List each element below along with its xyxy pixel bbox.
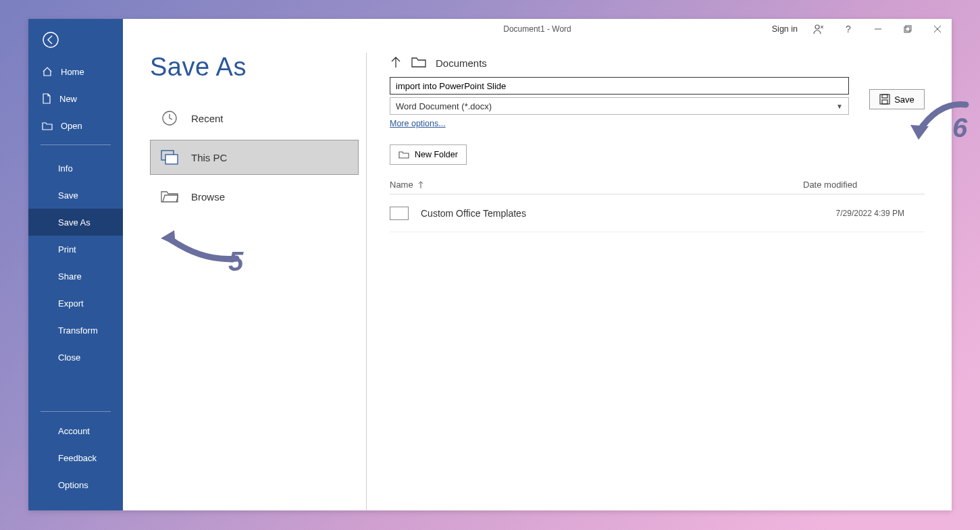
new-folder-label: New Folder <box>415 150 458 159</box>
column-date[interactable]: Date modified <box>803 180 925 190</box>
folder-open-icon <box>160 187 179 206</box>
location-browse[interactable]: Browse <box>150 179 359 214</box>
folder-icon[interactable] <box>411 57 426 70</box>
nav-options[interactable]: Options <box>28 471 123 498</box>
filetype-label: Word Document (*.docx) <box>396 101 492 111</box>
nav-export[interactable]: Export <box>28 290 123 317</box>
item-name: Custom Office Templates <box>421 208 526 219</box>
svg-point-1 <box>815 25 819 29</box>
nav-print[interactable]: Print <box>28 236 123 263</box>
location-label: Recent <box>191 113 224 124</box>
file-list-header: Name Date modified <box>390 180 925 194</box>
nav-open[interactable]: Open <box>28 112 123 139</box>
new-folder-button[interactable]: New Folder <box>390 144 467 165</box>
breadcrumb-folder[interactable]: Documents <box>436 57 487 69</box>
close-icon[interactable] <box>929 20 946 38</box>
svg-rect-3 <box>904 27 910 32</box>
svg-rect-9 <box>165 155 178 164</box>
nav-info[interactable]: Info <box>28 155 123 182</box>
svg-rect-12 <box>882 100 887 104</box>
nav-label: Home <box>61 67 84 77</box>
svg-point-0 <box>43 32 58 47</box>
minimize-icon[interactable] <box>869 20 887 38</box>
svg-rect-4 <box>906 26 911 31</box>
save-button-label: Save <box>894 95 914 105</box>
backstage-sidebar: Home New Open Info Save Save As Print Sh… <box>28 19 123 510</box>
more-options-link[interactable]: More options... <box>390 119 860 128</box>
location-recent[interactable]: Recent <box>150 101 359 136</box>
nav-close[interactable]: Close <box>28 344 123 371</box>
location-label: This PC <box>191 152 227 163</box>
chevron-down-icon: ▼ <box>836 103 843 110</box>
save-icon <box>879 94 890 105</box>
nav-share[interactable]: Share <box>28 263 123 290</box>
sort-asc-icon <box>417 181 424 189</box>
location-label: Browse <box>191 191 225 203</box>
up-arrow-icon[interactable] <box>390 55 402 71</box>
back-button[interactable] <box>28 26 123 54</box>
location-this-pc[interactable]: This PC <box>150 140 359 175</box>
sign-in-link[interactable]: Sign in <box>772 24 798 34</box>
new-folder-icon <box>398 151 409 159</box>
nav-new[interactable]: New <box>28 85 123 112</box>
titlebar: Document1 - Word Sign in ? <box>123 19 952 39</box>
nav-label: Open <box>61 121 82 131</box>
this-pc-icon <box>160 148 179 167</box>
filetype-select[interactable]: Word Document (*.docx) ▼ <box>390 97 849 115</box>
nav-feedback[interactable]: Feedback <box>28 444 123 471</box>
column-name[interactable]: Name <box>390 180 803 190</box>
item-date: 7/29/2022 4:39 PM <box>803 209 925 218</box>
maximize-icon[interactable] <box>899 20 917 38</box>
nav-save[interactable]: Save <box>28 182 123 209</box>
clock-icon <box>160 109 179 128</box>
filename-input[interactable] <box>390 77 849 95</box>
nav-home[interactable]: Home <box>28 58 123 85</box>
list-item[interactable]: Custom Office Templates 7/29/2022 4:39 P… <box>390 194 925 232</box>
nav-label: New <box>59 94 77 104</box>
nav-save-as[interactable]: Save As <box>28 209 123 236</box>
folder-icon <box>390 207 409 220</box>
account-icon[interactable] <box>810 20 827 38</box>
help-icon[interactable]: ? <box>840 20 857 38</box>
nav-transform[interactable]: Transform <box>28 317 123 344</box>
page-title: Save As <box>150 53 359 82</box>
svg-rect-11 <box>882 95 887 98</box>
nav-account[interactable]: Account <box>28 417 123 444</box>
svg-rect-10 <box>880 95 889 104</box>
save-button[interactable]: Save <box>869 89 925 109</box>
